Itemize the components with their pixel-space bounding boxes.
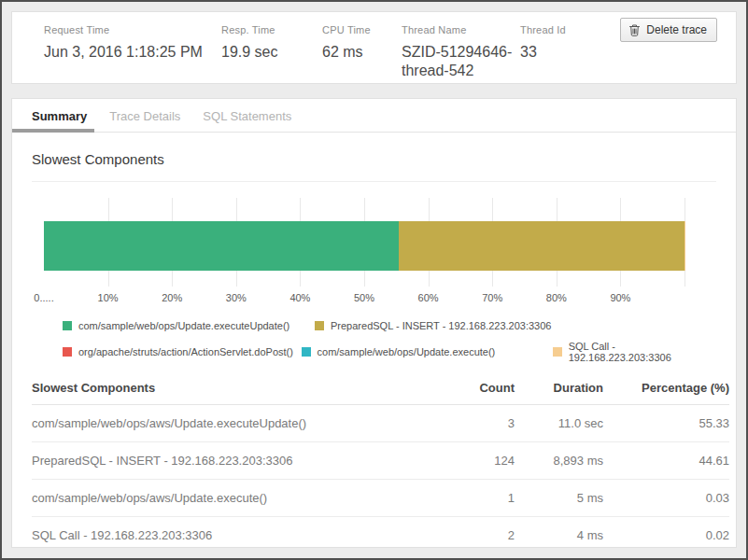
cell-duration: 11.0 sec xyxy=(515,404,603,441)
cpu-time-value: 62 ms xyxy=(322,43,402,62)
request-time-field: Request Time Jun 3, 2016 1:18:25 PM xyxy=(44,24,221,83)
delete-trace-label: Delete trace xyxy=(646,23,707,36)
trace-detail-panel: Summary Trace Details SQL Statements Slo… xyxy=(11,98,737,548)
legend-swatch-red xyxy=(63,347,72,357)
axis-tick: 90% xyxy=(610,292,630,303)
legend-label: com/sample/web/ops/Update.execute() xyxy=(318,346,496,357)
cell-component: com/sample/web/ops/aws/Update.executeUpd… xyxy=(32,404,445,441)
legend-item-execute: com/sample/web/ops/Update.execute() xyxy=(302,346,553,357)
axis-tick: 40% xyxy=(289,292,310,303)
delete-trace-button[interactable]: Delete trace xyxy=(620,18,717,42)
tab-sql-statements[interactable]: SQL Statements xyxy=(203,109,291,132)
axis-tick: 30% xyxy=(226,292,247,303)
thread-name-field: Thread Name SZID-51294646-thread-542 xyxy=(402,24,520,83)
legend-label: SQL Call - 192.168.223.203:3306 xyxy=(569,341,716,363)
resp-time-field: Resp. Time 19.9 sec xyxy=(221,24,322,83)
cell-component: com/sample/web/ops/aws/Update.execute() xyxy=(32,479,445,516)
cell-count: 2 xyxy=(445,516,515,553)
cell-count: 1 xyxy=(445,479,515,516)
bar-segment-executeUpdate[interactable] xyxy=(44,221,399,271)
tab-summary[interactable]: Summary xyxy=(32,109,87,132)
trash-icon xyxy=(628,23,641,36)
legend-item-sqlcall: SQL Call - 192.168.223.203:3306 xyxy=(553,341,716,363)
cell-count: 3 xyxy=(445,404,515,441)
col-header-duration: Duration xyxy=(515,372,603,404)
legend-swatch-green xyxy=(63,321,72,330)
cell-duration: 4 ms xyxy=(515,516,603,553)
legend-item-preparedsql: PreparedSQL - INSERT - 192.168.223.203:3… xyxy=(315,320,551,331)
axis-tick: 10% xyxy=(98,292,119,303)
table-row: com/sample/web/ops/aws/Update.execute() … xyxy=(32,479,729,516)
legend-item-executeUpdate: com/sample/web/ops/Update.executeUpdate(… xyxy=(63,320,315,331)
section-title: Slowest Components xyxy=(32,151,716,167)
tab-trace-details[interactable]: Trace Details xyxy=(109,109,180,132)
table-header-row: Slowest Components Count Duration Percen… xyxy=(32,372,729,404)
cell-duration: 5 ms xyxy=(515,479,603,516)
cell-component: SQL Call - 192.168.223.203:3306 xyxy=(32,516,445,553)
stacked-bar xyxy=(44,221,684,271)
axis-tick: 0..... xyxy=(34,292,53,303)
axis-tick: 20% xyxy=(162,292,182,303)
cell-component: PreparedSQL - INSERT - 192.168.223.203:3… xyxy=(32,441,445,479)
request-time-label: Request Time xyxy=(44,24,221,35)
legend-row: org/apache/struts/action/ActionServlet.d… xyxy=(63,341,716,363)
cell-percentage: 44.61 xyxy=(603,441,729,479)
col-header-count: Count xyxy=(445,372,515,404)
col-header-percentage: Percentage (%) xyxy=(603,372,729,404)
chart-legend: com/sample/web/ops/Update.executeUpdate(… xyxy=(63,320,716,363)
trace-info-panel: Request Time Jun 3, 2016 1:18:25 PM Resp… xyxy=(11,11,737,84)
cell-count: 124 xyxy=(445,441,515,479)
legend-label: PreparedSQL - INSERT - 192.168.223.203:3… xyxy=(331,320,551,331)
legend-row: com/sample/web/ops/Update.executeUpdate(… xyxy=(63,320,716,331)
bar-segment-preparedsql[interactable] xyxy=(399,221,684,271)
thread-name-label: Thread Name xyxy=(402,24,520,35)
axis-tick: 50% xyxy=(354,292,374,303)
legend-item-dopost: org/apache/struts/action/ActionServlet.d… xyxy=(63,346,302,357)
thread-name-value: SZID-51294646-thread-542 xyxy=(402,43,514,80)
gridline xyxy=(684,198,685,287)
tab-bar: Summary Trace Details SQL Statements xyxy=(12,99,736,133)
cell-percentage: 0.03 xyxy=(603,479,729,516)
axis-tick: 70% xyxy=(482,292,502,303)
request-time-value: Jun 3, 2016 1:18:25 PM xyxy=(44,43,221,62)
legend-swatch-gold xyxy=(315,321,324,330)
slowest-components-chart: 0..... 10% 20% 30% 40% 50% 60% 70% 80% 9… xyxy=(44,198,684,287)
thread-id-value: 33 xyxy=(520,43,717,62)
cell-percentage: 55.33 xyxy=(603,404,729,441)
cpu-time-label: CPU Time xyxy=(322,24,402,35)
col-header-component: Slowest Components xyxy=(32,372,445,404)
legend-swatch-teal xyxy=(302,347,311,357)
resp-time-label: Resp. Time xyxy=(221,24,322,35)
legend-label: org/apache/struts/action/ActionServlet.d… xyxy=(78,346,293,357)
legend-swatch-peach xyxy=(553,347,562,357)
legend-label: com/sample/web/ops/Update.executeUpdate(… xyxy=(78,320,289,331)
cell-percentage: 0.02 xyxy=(603,516,729,553)
table-row: PreparedSQL - INSERT - 192.168.223.203:3… xyxy=(32,441,729,479)
slowest-components-table: Slowest Components Count Duration Percen… xyxy=(32,372,729,553)
cell-duration: 8,893 ms xyxy=(515,441,603,479)
section-divider xyxy=(32,181,716,182)
axis-tick: 60% xyxy=(418,292,439,303)
cpu-time-field: CPU Time 62 ms xyxy=(322,24,402,83)
table-row: com/sample/web/ops/aws/Update.executeUpd… xyxy=(32,404,729,441)
table-row: SQL Call - 192.168.223.203:3306 2 4 ms 0… xyxy=(32,516,729,553)
resp-time-value: 19.9 sec xyxy=(221,43,322,62)
axis-tick: 80% xyxy=(546,292,567,303)
